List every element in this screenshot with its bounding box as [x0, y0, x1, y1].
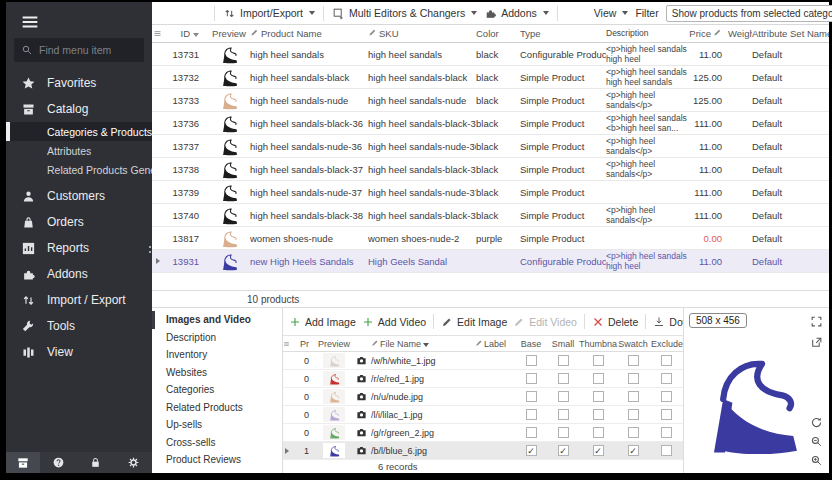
- fit-screen-icon[interactable]: [810, 315, 823, 328]
- edit-image-button[interactable]: Edit Image: [441, 316, 507, 328]
- filter-select[interactable]: Show products from selected categories: [666, 5, 832, 22]
- sidebar-item-catalog[interactable]: Catalog: [6, 96, 152, 122]
- sidebar-item-orders[interactable]: Orders: [6, 209, 152, 235]
- swatch-checkbox[interactable]: ✓: [628, 445, 639, 456]
- product-row[interactable]: 13738 high heel sandals-black-37 high he…: [152, 158, 829, 181]
- column-header-weight[interactable]: Weight: [728, 28, 752, 39]
- column-header-id[interactable]: ID: [164, 28, 208, 39]
- product-row[interactable]: 13731 high heel sandals high heel sandal…: [152, 43, 829, 66]
- base-checkbox[interactable]: [526, 427, 537, 438]
- expander-column-header[interactable]: [152, 29, 164, 38]
- column-header-exclude[interactable]: Exclude: [649, 339, 683, 349]
- product-row[interactable]: 13736 high heel sandals-black-36 high he…: [152, 112, 829, 135]
- thumbnail-checkbox[interactable]: [593, 409, 604, 420]
- sidebar-item-reports[interactable]: Reports: [6, 235, 152, 261]
- column-header-file-name[interactable]: File Name: [371, 339, 475, 349]
- column-header-preview[interactable]: Preview: [208, 28, 250, 39]
- sidebar-search[interactable]: [14, 38, 144, 62]
- open-external-icon[interactable]: [810, 336, 823, 349]
- product-row[interactable]: 13817 women shoes-nude women shoes-nude-…: [152, 227, 829, 250]
- swatch-checkbox[interactable]: [628, 373, 639, 384]
- tab-related-products[interactable]: Related Products: [152, 399, 282, 417]
- column-header-color[interactable]: Color: [476, 28, 520, 39]
- import-export-menu[interactable]: Import/Export: [223, 7, 315, 20]
- base-checkbox[interactable]: [526, 391, 537, 402]
- zoom-in-icon[interactable]: [810, 454, 823, 467]
- zoom-out-icon[interactable]: [810, 435, 823, 448]
- thumbnail-checkbox[interactable]: [593, 355, 604, 366]
- view-menu[interactable]: View: [594, 7, 629, 19]
- swatch-checkbox[interactable]: [628, 409, 639, 420]
- swatch-checkbox[interactable]: [628, 391, 639, 402]
- small-checkbox[interactable]: [558, 427, 569, 438]
- column-header-thumbnail[interactable]: Thumbna: [579, 339, 617, 349]
- settings-button[interactable]: [115, 456, 152, 469]
- media-row[interactable]: 0 /g/r/green_2.jpg: [283, 424, 683, 442]
- product-row[interactable]: 13737 high heel sandals-nude-36 high hee…: [152, 135, 829, 158]
- tab-product-reviews[interactable]: Product Reviews: [152, 451, 282, 469]
- menu-search-input[interactable]: [39, 44, 137, 56]
- sidebar-item-favorites[interactable]: Favorites: [6, 70, 152, 96]
- base-checkbox[interactable]: [526, 355, 537, 366]
- media-row-selected[interactable]: 1 /b/l/blue_6.jpg ✓ ✓ ✓ ✓: [283, 442, 683, 460]
- product-row[interactable]: 13739 high heel sandals-nude-37 high hee…: [152, 181, 829, 204]
- sidebar-item-related-products-generator[interactable]: Related Products Generator: [6, 160, 152, 179]
- media-row[interactable]: 0 /l/i/lilac_1.jpg: [283, 406, 683, 424]
- tab-up-sells[interactable]: Up-sells: [152, 416, 282, 434]
- column-header-small[interactable]: Small: [547, 339, 579, 349]
- help-button[interactable]: [40, 456, 77, 469]
- thumbnail-checkbox[interactable]: [593, 373, 604, 384]
- exclude-checkbox[interactable]: [661, 445, 672, 456]
- tab-cross-sells[interactable]: Cross-sells: [152, 434, 282, 452]
- base-checkbox[interactable]: [526, 409, 537, 420]
- tab-images-and-video[interactable]: Images and Video: [152, 311, 282, 329]
- base-checkbox[interactable]: [526, 373, 537, 384]
- delete-image-button[interactable]: Delete: [592, 316, 638, 328]
- catalog-mode-button[interactable]: [6, 452, 40, 473]
- thumbnail-checkbox[interactable]: [593, 391, 604, 402]
- small-checkbox[interactable]: [558, 409, 569, 420]
- small-checkbox[interactable]: [558, 391, 569, 402]
- addons-menu[interactable]: Addons: [484, 7, 549, 20]
- sidebar-item-categories-products[interactable]: Categories & Products: [6, 122, 152, 141]
- column-header-preview[interactable]: Preview: [317, 339, 351, 349]
- tab-categories[interactable]: Categories: [152, 381, 282, 399]
- sidebar-item-view[interactable]: View: [6, 339, 152, 365]
- add-video-button[interactable]: Add Video: [362, 316, 426, 328]
- small-checkbox[interactable]: ✓: [558, 445, 569, 456]
- tab-inventory[interactable]: Inventory: [152, 346, 282, 364]
- media-row[interactable]: 0 /r/e/red_1.jpg: [283, 370, 683, 388]
- column-header-swatch[interactable]: Swatch: [617, 339, 649, 349]
- column-header-base[interactable]: Base: [515, 339, 547, 349]
- sidebar-item-tools[interactable]: Tools: [6, 313, 152, 339]
- thumbnail-checkbox[interactable]: [593, 427, 604, 438]
- tab-websites[interactable]: Websites: [152, 364, 282, 382]
- swatch-checkbox[interactable]: [628, 355, 639, 366]
- column-header-type[interactable]: Type: [520, 28, 606, 39]
- column-header-name[interactable]: Product Name: [250, 28, 368, 39]
- small-checkbox[interactable]: [558, 373, 569, 384]
- exclude-checkbox[interactable]: [661, 409, 672, 420]
- exclude-checkbox[interactable]: [661, 391, 672, 402]
- column-header-position[interactable]: Pr: [291, 339, 317, 349]
- swatch-checkbox[interactable]: [628, 427, 639, 438]
- product-row[interactable]: 13733 high heel sandals-nude high heel s…: [152, 89, 829, 112]
- edit-video-button[interactable]: Edit Video: [513, 316, 577, 328]
- tab-description[interactable]: Description: [152, 329, 282, 347]
- thumbnail-checkbox[interactable]: ✓: [593, 445, 604, 456]
- column-header-description[interactable]: Description: [606, 28, 688, 38]
- small-checkbox[interactable]: [558, 355, 569, 366]
- lock-button[interactable]: [77, 456, 114, 469]
- product-row[interactable]: 13732 high heel sandals-black high heel …: [152, 66, 829, 89]
- media-row[interactable]: 0 /n/u/nude.jpg: [283, 388, 683, 406]
- column-header-price[interactable]: Price: [688, 28, 728, 39]
- column-header-sku[interactable]: SKU: [368, 28, 476, 39]
- sidebar-item-attributes[interactable]: Attributes: [6, 141, 152, 160]
- hamburger-menu-button[interactable]: [19, 11, 41, 33]
- exclude-checkbox[interactable]: [661, 427, 672, 438]
- sidebar-item-addons[interactable]: Addons: [6, 261, 152, 287]
- column-header-attribute-set[interactable]: Attribute Set Name: [752, 28, 829, 39]
- product-row[interactable]: 13740 high heel sandals-black-38 high he…: [152, 204, 829, 227]
- column-header-label[interactable]: Label: [475, 339, 515, 349]
- rotate-icon[interactable]: [810, 416, 823, 429]
